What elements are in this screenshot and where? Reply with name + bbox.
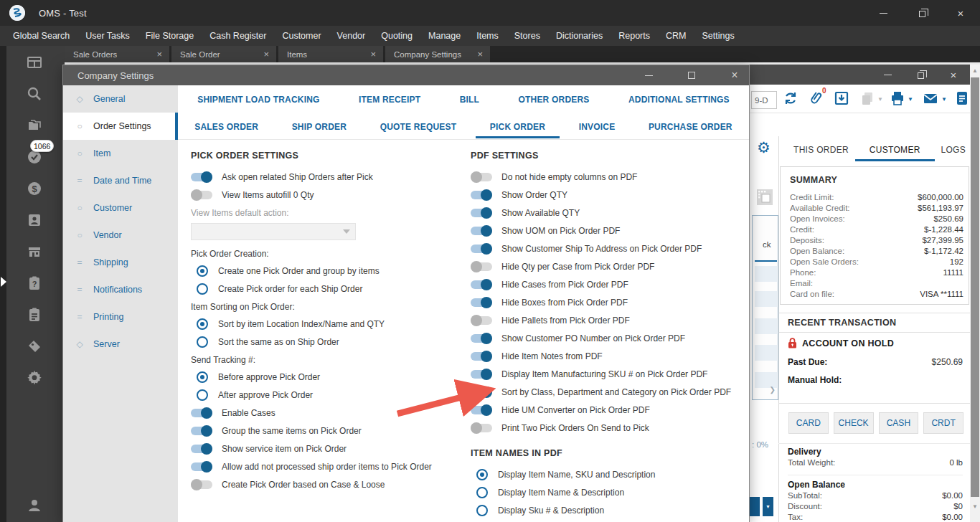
menu-customer[interactable]: Customer bbox=[274, 26, 329, 46]
radio-button[interactable] bbox=[476, 469, 488, 480]
menu-reports[interactable]: Reports bbox=[611, 26, 658, 46]
menu-manage[interactable]: Manage bbox=[420, 26, 468, 46]
toggle-switch[interactable] bbox=[471, 316, 492, 325]
minimize-button[interactable] bbox=[864, 0, 903, 26]
tab-items[interactable]: Items× bbox=[278, 46, 383, 62]
store-icon[interactable] bbox=[26, 243, 43, 260]
email-dropdown-caret[interactable]: ▼ bbox=[941, 96, 947, 103]
tab-pick-order[interactable]: PICK ORDER bbox=[489, 115, 547, 138]
scrollbar-thumb[interactable] bbox=[971, 77, 979, 497]
radio-button[interactable] bbox=[197, 283, 208, 295]
print-icon[interactable] bbox=[889, 90, 906, 107]
close-tab-icon[interactable]: × bbox=[370, 49, 376, 60]
tab-sale-order[interactable]: Sale Order× bbox=[171, 46, 276, 62]
tab-additional-settings[interactable]: ADDITIONAL SETTINGS bbox=[627, 87, 731, 110]
contacts-icon[interactable] bbox=[26, 212, 43, 229]
menu-dictionaries[interactable]: Dictionaries bbox=[548, 26, 611, 46]
copy-dropdown-caret[interactable]: ▼ bbox=[877, 96, 883, 103]
document-icon[interactable] bbox=[953, 90, 971, 107]
radio-button[interactable] bbox=[476, 487, 488, 498]
close-tab-icon[interactable]: × bbox=[477, 49, 483, 60]
nav-general[interactable]: ◇General bbox=[63, 85, 178, 113]
toggle-switch[interactable] bbox=[471, 262, 492, 271]
clipboard-question-icon[interactable]: ? bbox=[26, 275, 43, 292]
order-number-field[interactable]: 9-D bbox=[751, 91, 777, 109]
close-tab-icon[interactable]: × bbox=[156, 49, 162, 60]
search-icon[interactable] bbox=[26, 85, 43, 103]
clipboard-list-icon[interactable] bbox=[26, 306, 43, 323]
minimize-button[interactable] bbox=[871, 65, 904, 85]
toggle-switch[interactable] bbox=[471, 388, 492, 397]
chevron-right-icon[interactable]: ❯ bbox=[770, 386, 776, 394]
sidebar-expand-arrow-icon[interactable] bbox=[1, 277, 6, 287]
nav-order-settings[interactable]: ○Order Settings bbox=[63, 113, 178, 140]
toggle-switch[interactable] bbox=[191, 409, 212, 417]
menu-quoting[interactable]: Quoting bbox=[373, 26, 420, 46]
toggle-switch[interactable] bbox=[191, 427, 212, 435]
toggle-switch[interactable] bbox=[471, 209, 492, 217]
tab-customer[interactable]: CUSTOMER bbox=[865, 138, 925, 161]
tab-sales-order[interactable]: SALES ORDER bbox=[193, 115, 260, 138]
toggle-switch[interactable] bbox=[471, 370, 492, 379]
order-settings-gear-icon[interactable]: ⚙ bbox=[757, 139, 771, 156]
crdt-button[interactable]: CRDT bbox=[923, 412, 963, 434]
tab-quote-request[interactable]: QUOTE REQUEST bbox=[379, 115, 458, 138]
toggle-switch[interactable] bbox=[471, 334, 492, 343]
radio-button[interactable] bbox=[197, 389, 208, 401]
nav-server[interactable]: ◇Server bbox=[63, 331, 178, 358]
nav-item[interactable]: ○Item bbox=[63, 140, 178, 167]
tab-company-settings[interactable]: Company Settings× bbox=[385, 46, 490, 62]
tab-item-receipt[interactable]: ITEM RECEIPT bbox=[357, 87, 422, 110]
toggle-switch[interactable] bbox=[191, 445, 212, 453]
tab-invoice[interactable]: INVOICE bbox=[578, 115, 617, 138]
toggle-switch[interactable] bbox=[471, 352, 492, 361]
close-tab-icon[interactable]: × bbox=[263, 49, 269, 60]
settings-gear-icon[interactable] bbox=[26, 369, 43, 386]
restore-button[interactable] bbox=[903, 0, 941, 26]
copy-icon[interactable] bbox=[859, 90, 876, 107]
occluded-dropdown-button[interactable]: ▼ bbox=[763, 497, 773, 516]
menu-stores[interactable]: Stores bbox=[507, 26, 548, 46]
toggle-switch[interactable] bbox=[471, 227, 492, 235]
minimize-button[interactable] bbox=[632, 65, 665, 85]
download-icon[interactable] bbox=[833, 90, 850, 107]
toggle-switch[interactable] bbox=[191, 173, 212, 181]
email-icon[interactable] bbox=[922, 90, 939, 107]
toggle-switch[interactable] bbox=[191, 191, 212, 199]
toggle-switch[interactable] bbox=[471, 280, 492, 289]
toggle-switch[interactable] bbox=[471, 245, 492, 253]
toggle-switch[interactable] bbox=[191, 462, 212, 471]
toggle-switch[interactable] bbox=[471, 424, 492, 432]
toggle-switch[interactable] bbox=[471, 406, 492, 414]
close-button[interactable]: × bbox=[937, 65, 970, 85]
tab-ship-order[interactable]: SHIP ORDER bbox=[291, 115, 348, 138]
tag-icon[interactable] bbox=[26, 338, 43, 355]
radio-button[interactable] bbox=[197, 265, 208, 277]
vertical-scrollbar[interactable]: ▲ ▼ bbox=[970, 65, 980, 522]
scroll-down-icon[interactable]: ▼ bbox=[972, 503, 978, 510]
tab-logs[interactable]: LOGS bbox=[936, 138, 970, 161]
menu-user-tasks[interactable]: User Tasks bbox=[77, 26, 138, 46]
menu-crm[interactable]: CRM bbox=[658, 26, 694, 46]
toggle-switch[interactable] bbox=[471, 173, 492, 181]
nav-notifications[interactable]: =Notifications bbox=[63, 276, 178, 303]
radio-button[interactable] bbox=[197, 318, 208, 330]
scroll-up-icon[interactable]: ▲ bbox=[972, 67, 978, 74]
nav-vendor[interactable]: ○Vendor bbox=[63, 222, 178, 249]
nav-date-and-time[interactable]: =Date and Time bbox=[63, 167, 178, 194]
toggle-switch[interactable] bbox=[471, 298, 492, 307]
menu-items[interactable]: Items bbox=[468, 26, 507, 46]
menu-file-storage[interactable]: File Storage bbox=[138, 26, 202, 46]
folders-icon[interactable] bbox=[26, 117, 43, 134]
cash-button[interactable]: CASH bbox=[879, 412, 919, 434]
tab-bill[interactable]: BILL bbox=[458, 87, 481, 110]
radio-button[interactable] bbox=[476, 505, 488, 516]
menu-vendor[interactable]: Vendor bbox=[329, 26, 374, 46]
layout-grid-icon[interactable] bbox=[755, 188, 774, 209]
user-icon[interactable] bbox=[26, 497, 43, 514]
menu-global-search[interactable]: Global Search bbox=[5, 26, 77, 46]
occluded-primary-button[interactable] bbox=[750, 497, 760, 516]
maximize-button[interactable] bbox=[675, 65, 708, 85]
tab-other-orders[interactable]: OTHER ORDERS bbox=[517, 87, 590, 110]
toggle-switch[interactable] bbox=[471, 191, 492, 199]
